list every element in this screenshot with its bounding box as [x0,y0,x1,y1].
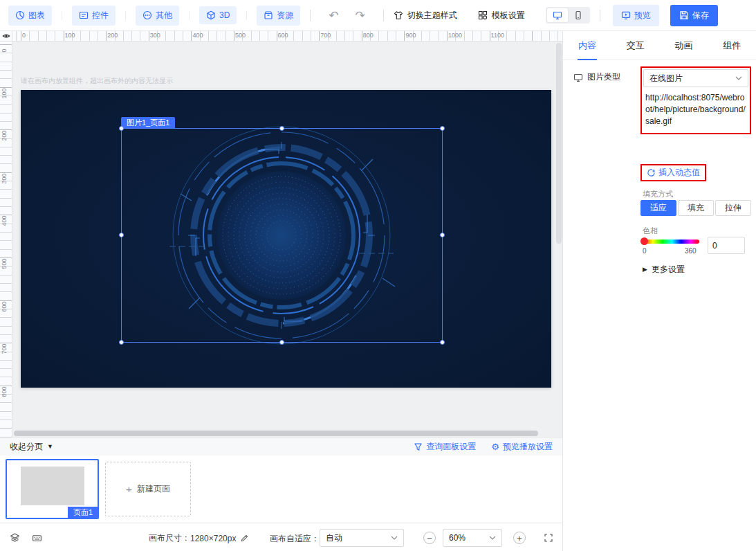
theme-icon [394,10,403,20]
hue-min-label: 0 [643,247,647,255]
selected-image-widget[interactable]: 图片1_页面1 [121,128,443,343]
layers-button[interactable] [10,532,20,543]
selection-handle-bottom-right[interactable] [440,340,445,345]
selection-label: 图片1_页面1 [121,117,175,128]
preview-play-settings-label: 预览播放设置 [503,441,553,453]
h-ruler-label: 300 [150,32,160,39]
h-ruler-label: 1000 [448,32,462,39]
insert-dynamic-icon [647,168,656,177]
layers-icon [10,532,20,543]
desktop-view-toggle[interactable] [547,8,568,22]
mobile-view-toggle[interactable] [568,8,589,22]
template-settings-label: 模板设置 [492,10,525,21]
edit-canvas-size-button[interactable] [240,534,249,543]
redo-icon[interactable]: ↷ [356,10,365,21]
divider [189,11,190,20]
autofit-select[interactable]: 自动 [320,529,404,547]
save-button[interactable]: 保存 [670,5,718,26]
gear-icon: ⚙ [491,442,499,451]
tab-animation[interactable]: 动画 [660,31,708,60]
new-page-button[interactable]: + 新建页面 [105,462,191,516]
more-settings-toggle[interactable]: ▶ 更多设置 [643,264,685,276]
selection-handle-bottom-middle[interactable] [279,340,284,345]
preview-button[interactable]: 预览 [613,5,659,26]
h-ruler-label: 400 [192,32,203,39]
tab-content[interactable]: 内容 [563,31,611,60]
image-type-icon [573,73,583,82]
tab-widgets[interactable]: 控件 [72,6,116,26]
page-thumbnail-1[interactable]: 页面1 [6,459,99,519]
canvas-size-value: 1280×720px [190,534,236,543]
hue-slider[interactable] [643,240,699,244]
selection-handle-top-right[interactable] [440,126,445,131]
eye-icon [2,32,10,40]
tab-charts[interactable]: 图表 [8,6,52,26]
caret-right-icon: ▶ [643,267,647,273]
insert-dynamic-value-link[interactable]: 插入动态值 [640,164,706,181]
resource-icon [264,10,273,20]
tab-3d[interactable]: 3D [199,6,237,24]
pencil-icon [240,534,249,543]
zoom-out-button[interactable]: − [423,532,436,544]
image-url-input[interactable]: http://localhost:8075/webroot/help/pictu… [642,89,750,133]
page-thumbnail-label: 页面1 [68,507,98,518]
h-ruler-label: 500 [235,32,246,39]
selection-handle-top-left[interactable] [119,126,124,131]
v-ruler-label: 0 [1,44,8,57]
chart-icon [15,10,25,20]
properties-panel: 内容 交互 动画 组件 图片类型 在线图片 http://localhost:8… [562,31,756,551]
h-ruler-label: 200 [107,32,118,39]
save-icon [679,10,689,20]
selection-handle-middle-right[interactable] [440,233,445,237]
zoom-select[interactable]: 60% [443,529,502,547]
query-panel-settings-link[interactable]: 查询面板设置 [414,441,476,453]
theme-switch-button[interactable]: 切换主题样式 [394,10,457,21]
collapse-pages-button[interactable]: 收起分页 ▼ [10,441,53,453]
selection-handle-middle-left[interactable] [119,233,124,237]
shortcut-keys-button[interactable] [32,533,42,543]
v-ruler-label: 100 [1,87,8,100]
page-thumbnail-preview [21,467,84,505]
template-settings-button[interactable]: 模板设置 [478,10,525,21]
chevron-down-icon [489,536,496,540]
h-ruler-label: 0 [22,32,26,39]
divider [310,10,311,21]
h-ruler-label: 600 [278,32,288,39]
hue-slider-handle[interactable] [640,237,648,245]
query-panel-settings-label: 查询面板设置 [426,441,476,453]
autofit-label: 画布自适应： [270,533,320,545]
zoom-in-button[interactable]: + [513,532,526,544]
image-type-select[interactable]: 在线图片 [643,69,748,87]
save-label: 保存 [692,10,709,21]
canvas-size-label: 画布尺寸： [149,532,190,544]
canvas-workspace: 010020030040050060070080090010001100 010… [0,31,562,437]
divider [383,10,384,21]
horizontal-ruler: 010020030040050060070080090010001100 [12,31,562,42]
vertical-scrollbar[interactable] [556,43,562,244]
tab-interaction[interactable]: 交互 [611,31,660,60]
phone-icon [573,10,583,20]
selection-handle-bottom-left[interactable] [119,340,124,345]
preview-icon [621,10,631,20]
hue-value-input[interactable] [708,237,745,254]
ruler-corner[interactable] [0,31,12,42]
collapse-pages-label: 收起分页 [10,441,43,453]
undo-icon[interactable]: ↶ [329,10,338,21]
tab-component[interactable]: 组件 [708,31,756,60]
fill-mode-stretch[interactable]: 拉伸 [715,200,751,216]
tab-others[interactable]: 其他 [136,6,179,26]
image-type-row: 图片类型 [573,71,620,83]
horizontal-scrollbar[interactable] [14,431,538,436]
fill-mode-label: 填充方式 [643,189,673,199]
h-ruler-label: 100 [65,32,75,39]
h-ruler-label: 900 [405,32,416,39]
selection-handle-top-middle[interactable] [279,126,284,131]
new-page-label: 新建页面 [137,483,170,495]
image-type-value: 在线图片 [649,73,683,84]
tab-resources[interactable]: 资源 [257,6,300,26]
preview-play-settings-link[interactable]: ⚙ 预览播放设置 [491,441,553,453]
fill-mode-fit[interactable]: 适应 [640,200,676,216]
fill-mode-fill[interactable]: 填充 [678,200,714,216]
fullscreen-button[interactable] [544,533,553,543]
tab-widgets-label: 控件 [92,10,109,21]
